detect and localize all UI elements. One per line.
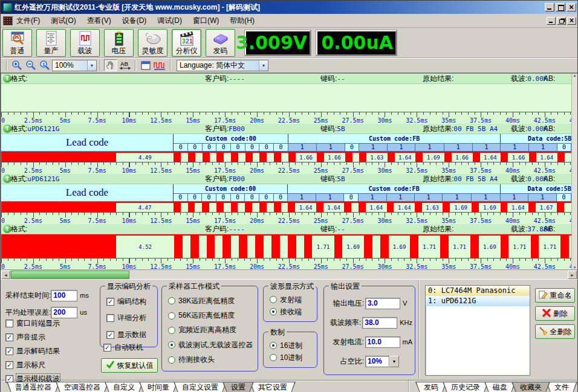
- wave-display-radio[interactable]: 接收端: [270, 307, 314, 317]
- hand-pan-icon[interactable]: [104, 59, 117, 71]
- zoom-level-select[interactable]: 100% ▼: [52, 60, 97, 71]
- chevron-down-icon[interactable]: ▼: [259, 60, 268, 71]
- display-option-checkbox[interactable]: 窗口前端显示: [5, 318, 60, 329]
- delete-button[interactable]: 删除: [535, 306, 575, 321]
- scroll-right-icon[interactable]: ►: [568, 271, 577, 279]
- menu-item[interactable]: 文件(F): [16, 16, 40, 26]
- mode-tab[interactable]: 空调遥控器: [56, 382, 109, 392]
- ab-measure-icon[interactable]: AB: [118, 59, 131, 71]
- header-field: 格式:: [11, 74, 27, 84]
- sampler-mode-radio[interactable]: 56K远距离低精度: [168, 310, 255, 321]
- device-list-item[interactable]: 0: LC7464M Panasonic: [426, 286, 530, 296]
- bit-cell: 0: [203, 143, 217, 152]
- pulse: [231, 203, 238, 212]
- pulse: [415, 153, 423, 162]
- maximize-icon[interactable]: [556, 3, 565, 11]
- zoom-in-icon[interactable]: [10, 59, 24, 71]
- scroll-up-icon[interactable]: ▲: [573, 74, 577, 77]
- encode-analysis-checkbox[interactable]: 详细分析: [106, 313, 155, 323]
- encode-analysis-checkbox[interactable]: ✓显示数据: [106, 330, 155, 340]
- toolbar-button-analyzer-321[interactable]: 321分析仪: [172, 29, 201, 57]
- menu-item[interactable]: 调试(D): [157, 16, 182, 26]
- chevron-down-icon[interactable]: ▼: [87, 60, 96, 71]
- menu-item[interactable]: 查看(V): [87, 16, 111, 26]
- vertical-scrollbar[interactable]: ▲▼: [571, 74, 577, 269]
- delete-all-button[interactable]: 全删除: [535, 324, 575, 339]
- output-value-input[interactable]: [365, 336, 400, 348]
- wave-display-group: 波形显示方式 发射端接收端: [263, 286, 317, 322]
- avg-error-input[interactable]: [51, 307, 77, 318]
- sampler-mode-radio[interactable]: 38K远距离低精度: [168, 296, 255, 306]
- bit-cell: 1: [359, 143, 387, 152]
- toolbar-button-mass-production[interactable]: 量产: [36, 29, 66, 57]
- duty-cycle-select[interactable]: ▼: [364, 356, 399, 367]
- mdi-minimize-icon[interactable]: [547, 17, 556, 25]
- mode-tab[interactable]: 其它设置: [250, 382, 296, 392]
- sampler-mode-radio[interactable]: 载波测试,无载波遥控器: [168, 340, 255, 350]
- library-tab[interactable]: 磁盘: [484, 382, 516, 392]
- rename-button[interactable]: 重命名: [535, 288, 575, 303]
- scroll-left-icon[interactable]: ◄: [1, 271, 10, 279]
- toolbar-button-send-code[interactable]: 发码: [206, 29, 235, 57]
- close-icon[interactable]: [567, 3, 576, 11]
- toolbar-button-voltage-battery[interactable]: 电压: [104, 29, 134, 57]
- pulse: [345, 153, 352, 162]
- library-tab[interactable]: 文件: [546, 382, 577, 392]
- auto-online-checkbox[interactable]: ✓自动联机: [103, 342, 143, 353]
- device-list-item[interactable]: 1: uPD6121G: [426, 296, 530, 306]
- expand-up-icon[interactable]: ↑: [3, 225, 11, 233]
- window-view-icon[interactable]: [139, 59, 152, 71]
- wave-display-radio[interactable]: 发射端: [270, 295, 314, 305]
- minimize-icon[interactable]: [545, 3, 554, 11]
- horizontal-scrollbar[interactable]: ◄ ►: [1, 269, 577, 279]
- system-menu-icon[interactable]: [3, 16, 13, 25]
- library-tab[interactable]: 历史记录: [443, 382, 489, 392]
- bit-cell: 1: [444, 143, 473, 152]
- bit-cell: 0: [259, 193, 274, 202]
- library-tab[interactable]: 发码: [415, 382, 447, 392]
- lead-gap: 4.49: [116, 153, 174, 162]
- menu-item[interactable]: 窗口(W): [193, 16, 219, 26]
- mode-tab[interactable]: 自定义设置: [174, 382, 227, 392]
- mode-tab[interactable]: 普通遥控器: [7, 382, 60, 392]
- output-value-input[interactable]: [362, 317, 397, 329]
- sampler-mode-radio[interactable]: 待测接收头: [168, 355, 255, 365]
- expand-up-icon[interactable]: ↑: [3, 124, 11, 133]
- library-tab[interactable]: 收藏夹: [511, 382, 550, 392]
- duty-cycle-value[interactable]: [365, 356, 389, 367]
- toolbar-button-sensitivity-mouse[interactable]: 灵敏度: [138, 29, 167, 57]
- output-value-input[interactable]: [365, 298, 400, 309]
- mdi-close-icon[interactable]: [567, 17, 576, 25]
- language-select[interactable]: Language: 简体中文 ▼: [177, 60, 268, 71]
- sampler-mode-radio[interactable]: 宽频近距离高精度: [168, 325, 255, 335]
- scrollbar-thumb[interactable]: [11, 271, 129, 279]
- mdi-restore-icon[interactable]: [557, 17, 566, 25]
- device-list[interactable]: 0: LC7464M Panasonic1: uPD6121G: [425, 285, 530, 376]
- toolbar-button-carrier-wave[interactable]: 载波: [70, 29, 100, 57]
- mode-tab[interactable]: 时间量: [139, 382, 178, 392]
- display-option-checkbox[interactable]: ✓声音提示: [5, 332, 60, 342]
- numeral-radio[interactable]: 16进制: [270, 341, 314, 351]
- mode-tab[interactable]: 自定义: [105, 382, 143, 392]
- expand-up-icon[interactable]: ↑: [3, 175, 11, 183]
- mode-tab[interactable]: 设置: [222, 382, 254, 392]
- menu-item[interactable]: 测试(O): [51, 16, 76, 26]
- expand-up-icon[interactable]: ↑: [3, 74, 11, 83]
- restore-defaults-button[interactable]: 恢复默认值: [101, 358, 158, 373]
- ruler-label: 15ms: [186, 167, 200, 174]
- sample-end-time-input[interactable]: [51, 290, 77, 301]
- gap: [224, 153, 231, 162]
- menu-item[interactable]: 设备(D): [122, 16, 147, 26]
- waveform-view-icon[interactable]: [153, 59, 166, 71]
- toolbar-button-normal-mode[interactable]: 普通: [2, 29, 32, 57]
- gap: 1.66: [296, 153, 317, 162]
- encode-analysis-checkbox[interactable]: ✓编码结构: [106, 297, 155, 307]
- zoom-reset-icon[interactable]: 1: [38, 59, 51, 71]
- numeral-radio[interactable]: 10进制: [270, 353, 314, 363]
- display-option-checkbox[interactable]: ✓显示解码结果: [5, 346, 60, 356]
- gap: [281, 203, 288, 212]
- menu-item[interactable]: 帮助(H): [230, 16, 255, 26]
- ruler-label: 40ms: [505, 217, 520, 224]
- zoom-out-icon[interactable]: [24, 59, 37, 71]
- display-option-checkbox[interactable]: ✓显示标尺: [5, 360, 60, 370]
